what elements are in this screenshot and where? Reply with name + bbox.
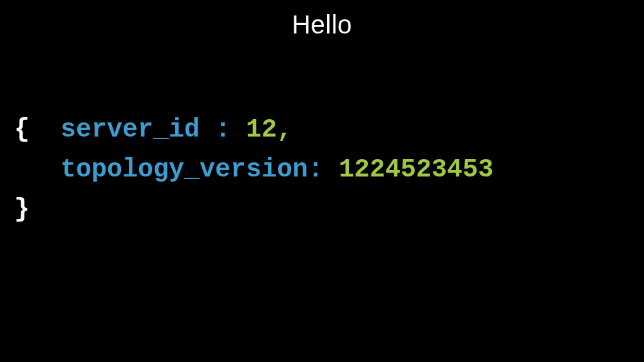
brace-close: } (14, 195, 30, 224)
value-topology-version: 1224523453 (339, 155, 493, 184)
separator-1: : (200, 115, 246, 144)
comma-1: , (277, 115, 292, 144)
brace-open: { (14, 115, 30, 144)
slide-title: Hello (0, 0, 644, 39)
code-block: { server_id : 12, topology_version: 1224… (14, 110, 644, 230)
value-server-id: 12 (246, 115, 277, 144)
separator-2: : (308, 155, 339, 184)
key-server-id: server_id (61, 115, 200, 144)
key-topology-version: topology_version (61, 155, 308, 184)
